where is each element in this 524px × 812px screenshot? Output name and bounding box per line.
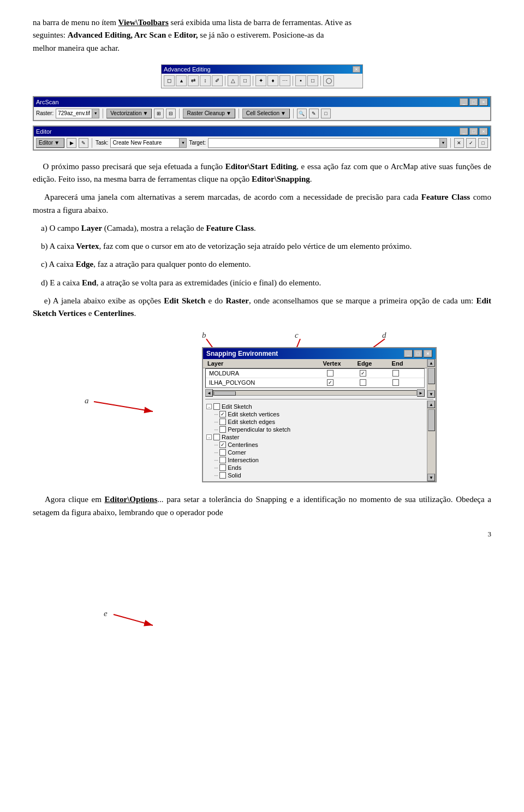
snapping-maximize-btn[interactable]: □ — [414, 350, 422, 357]
arcscan-close-btn[interactable]: × — [479, 98, 488, 106]
arcscan-vectorization-btn[interactable]: Vectorization ▼ — [106, 109, 152, 118]
p3a-bold-1: Layer — [81, 224, 102, 232]
table-row: MOLDURA — [206, 369, 424, 378]
arcscan-icon-d[interactable]: ✎ — [309, 109, 319, 118]
snapping-lower-vscroll-down[interactable]: ▼ — [427, 474, 435, 481]
snapping-cell-edge-1[interactable] — [347, 369, 379, 377]
tb-icon-10[interactable]: ⋯ — [279, 75, 290, 86]
arcscan-minimize-btn[interactable]: _ — [460, 98, 468, 106]
editor-target-arrow[interactable]: ▼ — [439, 139, 446, 147]
tree-expand-raster[interactable]: - — [206, 434, 212, 440]
arcscan-raster-dropdown[interactable]: 729az_env.tif ▼ — [56, 109, 99, 118]
arcscan-cell-selection-btn[interactable]: Cell Selection ▼ — [242, 109, 290, 118]
editor-task-arrow[interactable]: ▼ — [179, 139, 186, 147]
tb-icon-13[interactable]: ◯ — [323, 75, 334, 86]
snapping-cell-end-1[interactable] — [379, 369, 412, 377]
tb-icon-3[interactable]: ⇄ — [188, 75, 199, 86]
arcscan-raster-value: 729az_env.tif — [58, 110, 90, 116]
arcscan-icon-a[interactable]: ⊞ — [154, 109, 164, 118]
tree-dots-7: ···· — [214, 465, 218, 471]
tree-checkbox-edit-sketch-edges[interactable] — [219, 419, 226, 425]
snapping-vscroll-down[interactable]: ▼ — [427, 390, 435, 398]
tree-checkbox-intersection[interactable] — [219, 457, 226, 463]
advanced-editing-close-btn[interactable]: × — [353, 66, 360, 73]
advanced-editing-titlebar: Advanced Editing × — [162, 65, 362, 74]
arcscan-raster-cleanup-btn[interactable]: Raster Cleanup ▼ — [183, 109, 235, 118]
arcscan-icon-e[interactable]: □ — [321, 109, 331, 118]
editor-play-btn[interactable]: ▶ — [67, 138, 76, 148]
tb-icon-9[interactable]: ♦ — [267, 75, 278, 86]
snapping-cell-vertex-1[interactable] — [314, 369, 347, 377]
snapping-checkbox-end-2[interactable] — [392, 379, 399, 386]
snapping-vscroll-up[interactable]: ▲ — [427, 359, 435, 367]
p3e-bold-4: Centerlines — [94, 309, 134, 318]
tree-checkbox-perpendicular[interactable] — [219, 426, 226, 433]
tb-icon-12[interactable]: □ — [307, 75, 318, 86]
snapping-titlebar: Snapping Environment _ □ × — [203, 348, 436, 359]
paragraph-3a: a) O campo Layer (Camada), mostra a rela… — [33, 222, 491, 235]
editor-maximize-btn[interactable]: □ — [469, 128, 478, 135]
tree-checkbox-edit-sketch[interactable] — [213, 403, 220, 410]
snapping-lower-vscroll-thumb[interactable] — [428, 409, 435, 431]
tree-dots-6: ···· — [214, 457, 218, 463]
snapping-cell-edge-2[interactable] — [347, 379, 379, 386]
tree-checkbox-solid[interactable] — [219, 472, 226, 479]
tb-icon-6[interactable]: △ — [228, 75, 239, 86]
tb-icon-2[interactable]: ▴ — [176, 75, 187, 86]
p2-bold-1: Feature Class — [421, 193, 470, 201]
tb-icon-5[interactable]: ✐ — [212, 75, 223, 86]
snapping-checkbox-vertex-1[interactable] — [327, 370, 334, 377]
snapping-hscroll-right[interactable]: ► — [417, 389, 425, 397]
snapping-hscroll-left[interactable]: ◄ — [205, 389, 213, 397]
snapping-cell-vertex-2[interactable] — [314, 379, 347, 386]
snapping-title: Snapping Environment — [206, 350, 278, 357]
snapping-hscroll-thumb[interactable] — [214, 391, 236, 396]
tree-label-edit-sketch: Edit Sketch — [222, 403, 252, 410]
arcscan-maximize-btn[interactable]: □ — [469, 98, 478, 106]
editor-target-label: Target: — [189, 140, 206, 146]
snapping-cell-end-2[interactable] — [379, 379, 412, 386]
arcscan-raster-dropdown-arrow[interactable]: ▼ — [92, 109, 99, 118]
p3e-bold-2: Raster — [225, 296, 248, 305]
tree-checkbox-raster[interactable] — [213, 434, 220, 440]
tb-icon-8[interactable]: ✦ — [255, 75, 266, 86]
snapping-vscroll-thumb[interactable] — [428, 368, 435, 384]
editor-icon-check[interactable]: ✓ — [466, 138, 476, 148]
editor-target-dropdown[interactable]: ▼ — [208, 138, 447, 148]
snapping-col-scroll — [414, 360, 425, 367]
tb-icon-11[interactable]: ▪ — [295, 75, 306, 86]
snapping-cell-layer-2: ILHA_POLYGON — [207, 379, 314, 386]
editor-icon-sq[interactable]: □ — [478, 138, 488, 148]
tree-item-edit-sketch-vertices: ···· Edit sketch vertices — [205, 410, 425, 418]
snapping-checkbox-edge-1[interactable] — [360, 370, 366, 377]
snapping-minimize-btn[interactable]: _ — [404, 350, 413, 357]
tree-checkbox-edit-sketch-vertices[interactable] — [219, 411, 226, 417]
tree-checkbox-centerlines[interactable] — [219, 441, 226, 448]
snapping-lower-vscroll-up[interactable]: ▲ — [427, 401, 435, 408]
tb-icon-1[interactable]: ◻ — [164, 75, 175, 86]
p2-text-1: Aparecerá uma janela com alternativas a … — [44, 193, 421, 201]
editor-pencil-btn[interactable]: ✎ — [79, 138, 88, 148]
snapping-checkbox-edge-2[interactable] — [360, 379, 366, 386]
editor-editor-label: Editor — [39, 140, 53, 146]
arcscan-icon-c[interactable]: 🔍 — [297, 109, 307, 118]
editor-close-btn[interactable]: × — [479, 128, 488, 135]
arcscan-sep-4 — [293, 109, 294, 118]
tree-checkbox-ends[interactable] — [219, 464, 226, 471]
editor-editor-dropdown[interactable]: Editor ▼ — [36, 138, 64, 148]
editor-icon-x[interactable]: ✕ — [454, 138, 464, 148]
snapping-checkbox-vertex-2[interactable] — [327, 379, 334, 386]
snapping-hscroll-track[interactable] — [213, 390, 417, 396]
intro-paragraph: na barra de menu no ítem View\Toolbars s… — [33, 16, 491, 55]
tb-icon-4[interactable]: ↕ — [200, 75, 211, 86]
tb-icon-7[interactable]: □ — [240, 75, 251, 86]
p3a-text-3: . — [254, 224, 256, 232]
arcscan-icon-b[interactable]: ⊟ — [166, 109, 176, 118]
editor-task-dropdown[interactable]: Create New Feature ▼ — [110, 138, 187, 148]
editor-minimize-btn[interactable]: _ — [460, 128, 468, 135]
tree-checkbox-corner[interactable] — [219, 449, 226, 456]
snapping-close-btn[interactable]: × — [424, 350, 432, 357]
snapping-checkbox-end-1[interactable] — [392, 370, 399, 377]
snapping-vscroll-track — [427, 367, 436, 390]
tree-expand-edit-sketch[interactable]: - — [206, 404, 212, 409]
